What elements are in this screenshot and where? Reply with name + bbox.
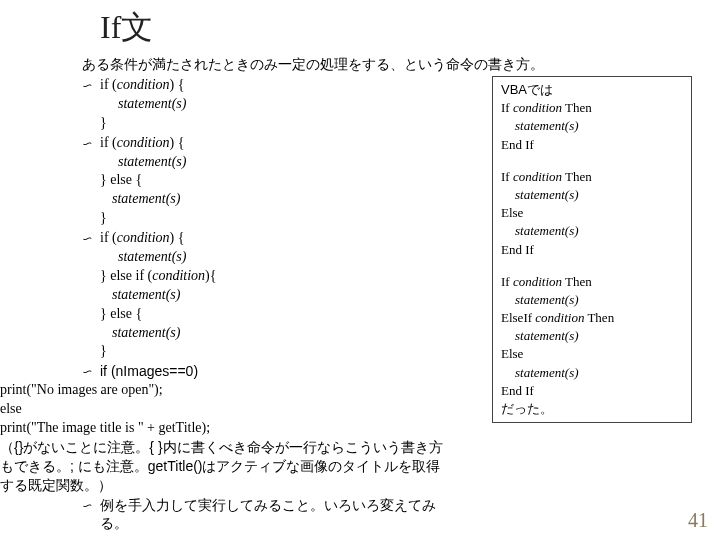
line: If condition Then	[501, 99, 683, 117]
vba-head: VBAでは	[501, 81, 683, 99]
line: If condition Then	[501, 168, 683, 186]
subtitle: ある条件が満たされたときのみ一定の処理をする、という命令の書き方。	[0, 56, 720, 74]
footer-line: 例を手入力して実行してみること。いろいろ変えてみる。	[82, 496, 462, 534]
line: Else	[501, 345, 683, 363]
page-number: 41	[688, 509, 708, 532]
line: }	[82, 209, 462, 228]
line: } else {	[82, 305, 462, 324]
if-block-1: if (condition) {	[82, 76, 462, 95]
line: statement(s)	[501, 186, 683, 204]
line: statement(s)	[82, 324, 462, 343]
spacer	[501, 259, 683, 273]
line: statement(s)	[82, 153, 462, 172]
line: } else {	[82, 171, 462, 190]
line: statement(s)	[501, 327, 683, 345]
vba-box: VBAでは If condition Then statement(s) End…	[492, 76, 692, 423]
line: if (condition) {	[100, 76, 462, 95]
line: statement(s)	[82, 190, 462, 209]
line: 例を手入力して実行してみること。いろいろ変えてみる。	[100, 496, 462, 534]
line: If condition Then	[501, 273, 683, 291]
line: if (condition) {	[100, 134, 462, 153]
line: End If	[501, 136, 683, 154]
line: End If	[501, 382, 683, 400]
line: if (condition) {	[100, 229, 462, 248]
content-area: if (condition) { statement(s) } if (cond…	[0, 76, 720, 533]
line: statement(s)	[82, 248, 462, 267]
line: End If	[501, 241, 683, 259]
page-title: If文	[0, 0, 720, 56]
line: ElseIf condition Then	[501, 309, 683, 327]
line: statement(s)	[82, 286, 462, 305]
vba-tail: だった。	[501, 400, 683, 418]
line: statement(s)	[501, 364, 683, 382]
line: statement(s)	[501, 117, 683, 135]
line: if (nImages==0)	[100, 362, 462, 381]
line: }	[82, 114, 462, 133]
line: statement(s)	[501, 222, 683, 240]
spacer	[501, 154, 683, 168]
line: } else if (condition){	[82, 267, 462, 286]
if-else-block: if (condition) {	[82, 134, 462, 153]
line: }	[82, 342, 462, 361]
left-column: if (condition) { statement(s) } if (cond…	[82, 76, 462, 533]
line: else	[0, 400, 462, 419]
line: statement(s)	[82, 95, 462, 114]
line: print("No images are open");	[0, 381, 462, 400]
if-elseif-block: if (condition) {	[82, 229, 462, 248]
line: print("The image title is " + getTitle);	[0, 419, 462, 438]
line: Else	[501, 204, 683, 222]
example-block: if (nImages==0)	[82, 362, 462, 381]
line: statement(s)	[501, 291, 683, 309]
note-text: （{}がないことに注意。{ }内に書くべき命令が一行ならこういう書き方もできる。…	[0, 438, 462, 495]
